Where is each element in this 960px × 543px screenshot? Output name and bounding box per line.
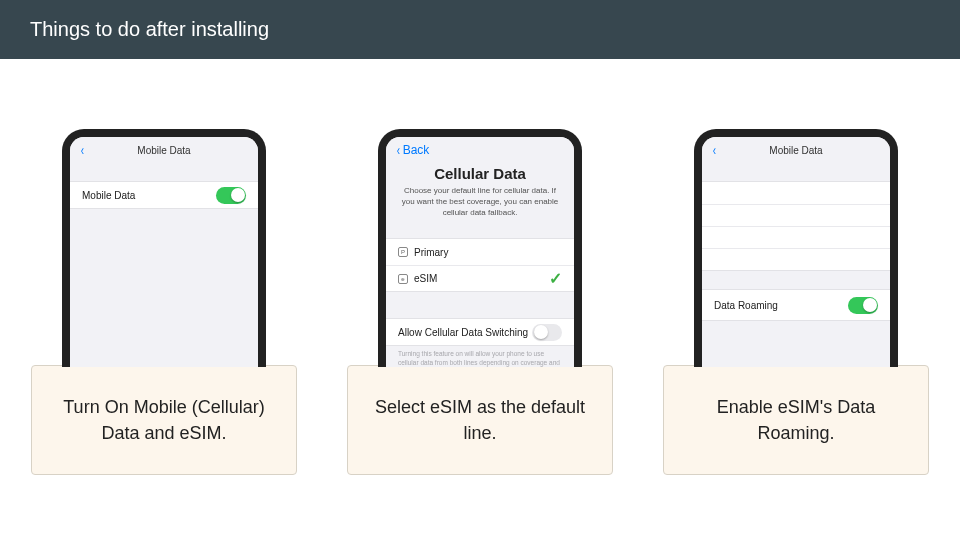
phone-screen: ‹ Mobile Data Data Roaming [702, 137, 890, 367]
phone-frame: ‹ Mobile Data Mobile Data [62, 129, 266, 367]
nav-bar: ‹ Mobile Data [702, 137, 890, 163]
toggle-knob [863, 298, 877, 312]
back-label: Back [403, 143, 430, 157]
steps-row: ‹ Mobile Data Mobile Data Turn On Mobile… [0, 59, 960, 475]
roaming-group: Data Roaming [702, 289, 890, 321]
step-card: ‹ Mobile Data Data Roaming [662, 129, 930, 475]
step-caption: Enable eSIM's Data Roaming. [663, 365, 929, 475]
row-label: Mobile Data [82, 190, 135, 201]
nav-title: Mobile Data [70, 145, 258, 156]
line-badge-icon: e [398, 274, 408, 284]
empty-row [702, 182, 890, 204]
screen-description: Choose your default line for cellular da… [386, 182, 574, 228]
row-label: Allow Cellular Data Switching [398, 327, 528, 338]
empty-row [702, 204, 890, 226]
line-option-primary[interactable]: P Primary [386, 239, 574, 265]
data-roaming-toggle[interactable] [848, 297, 878, 314]
toggle-knob [231, 188, 245, 202]
data-roaming-row[interactable]: Data Roaming [702, 290, 890, 320]
step-card: ‹ Mobile Data Mobile Data Turn On Mobile… [30, 129, 298, 475]
nav-bar: ‹ Back [386, 137, 574, 163]
phone-frame: ‹ Mobile Data Data Roaming [694, 129, 898, 367]
switch-group: Allow Cellular Data Switching [386, 318, 574, 346]
step-caption: Turn On Mobile (Cellular) Data and eSIM. [31, 365, 297, 475]
line-badge-icon: P [398, 247, 408, 257]
phone-screen: ‹ Back Cellular Data Choose your default… [386, 137, 574, 367]
settings-group: Mobile Data [70, 181, 258, 209]
allow-switching-row[interactable]: Allow Cellular Data Switching [386, 319, 574, 345]
toggle-knob [534, 325, 548, 339]
nav-title: Mobile Data [702, 145, 890, 156]
row-label: eSIM [414, 273, 437, 284]
step-card: ‹ Back Cellular Data Choose your default… [346, 129, 614, 475]
phone-screen: ‹ Mobile Data Mobile Data [70, 137, 258, 367]
back-button[interactable]: ‹ Back [386, 143, 429, 157]
settings-row[interactable]: Mobile Data [70, 182, 258, 208]
chevron-left-icon: ‹ [397, 143, 400, 157]
mobile-data-toggle[interactable] [216, 187, 246, 204]
phone-frame: ‹ Back Cellular Data Choose your default… [378, 129, 582, 367]
page-title: Things to do after installing [30, 18, 269, 40]
step-caption: Select eSIM as the default line. [347, 365, 613, 475]
nav-bar: ‹ Mobile Data [70, 137, 258, 163]
row-label: Data Roaming [714, 300, 778, 311]
row-label: Primary [414, 247, 448, 258]
settings-group-empty [702, 181, 890, 271]
line-option-esim[interactable]: e eSIM ✓ [386, 265, 574, 291]
line-options: P Primary e eSIM ✓ [386, 238, 574, 292]
footnote: Turning this feature on will allow your … [386, 346, 574, 367]
checkmark-icon: ✓ [549, 269, 562, 288]
allow-switching-toggle[interactable] [532, 324, 562, 341]
empty-row [702, 226, 890, 248]
page-header: Things to do after installing [0, 0, 960, 59]
empty-row [702, 248, 890, 270]
screen-title: Cellular Data [386, 165, 574, 182]
